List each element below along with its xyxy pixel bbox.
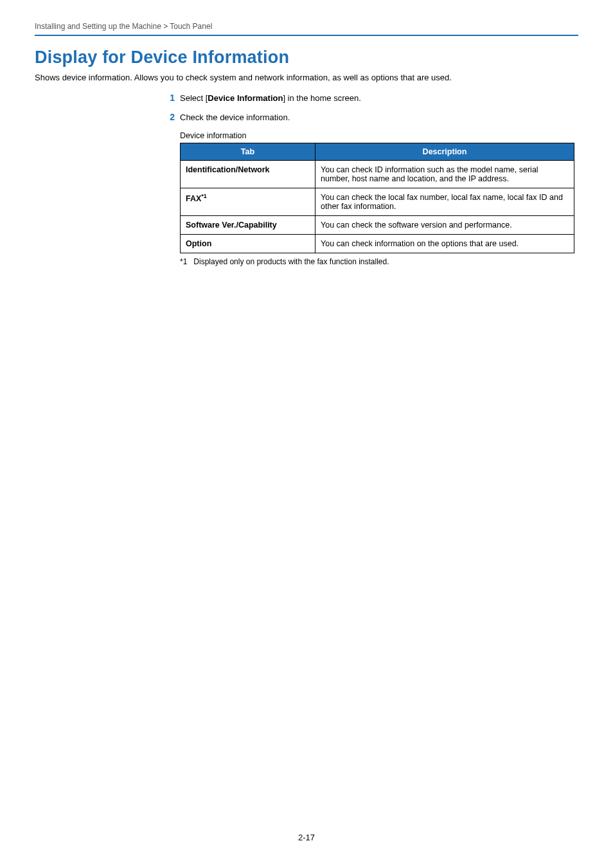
device-info-table: Tab Description Identification/Network Y…: [180, 143, 574, 253]
table-caption: Device information: [180, 131, 574, 140]
footnote: *1 Displayed only on products with the f…: [180, 257, 574, 266]
step-2-text: Check the device information.: [180, 113, 574, 122]
intro-text: Shows device information. Allows you to …: [35, 73, 578, 82]
footnote-text: Displayed only on products with the fax …: [193, 257, 389, 266]
page-number: 2-17: [0, 833, 613, 842]
cell-tab: Option: [181, 235, 315, 253]
table-row: Option You can check information on the …: [181, 235, 574, 253]
cell-desc: You can check the software version and p…: [315, 216, 574, 235]
step-1-text: Select [Device Information] in the home …: [180, 93, 574, 103]
cell-desc: You can check ID information such as the…: [315, 161, 574, 188]
table-row: Software Ver./Capability You can check t…: [181, 216, 574, 235]
step-2-number: 2: [163, 112, 175, 122]
cell-tab: Identification/Network: [181, 161, 315, 188]
page-title: Display for Device Information: [35, 48, 578, 68]
header-description: Description: [315, 143, 574, 161]
table-row: FAX*1 You can check the local fax number…: [181, 188, 574, 216]
step-2: 2 Check the device information.: [163, 112, 574, 122]
cell-tab: FAX*1: [181, 188, 315, 216]
step-1-suffix: ] in the home screen.: [283, 93, 360, 103]
header-rule: [35, 35, 578, 36]
cell-desc: You can check information on the options…: [315, 235, 574, 253]
cell-tab: Software Ver./Capability: [181, 216, 315, 235]
table-row: Identification/Network You can check ID …: [181, 161, 574, 188]
step-1-number: 1: [163, 93, 175, 103]
fax-footnote-mark: *1: [201, 193, 207, 199]
table-header-row: Tab Description: [181, 143, 574, 161]
step-1-bold: Device Information: [208, 93, 283, 103]
footnote-mark: *1: [180, 257, 187, 266]
step-1-prefix: Select [: [180, 93, 208, 103]
step-1: 1 Select [Device Information] in the hom…: [163, 93, 574, 103]
breadcrumb: Installing and Setting up the Machine > …: [35, 22, 578, 35]
header-tab: Tab: [181, 143, 315, 161]
fax-label: FAX: [186, 194, 201, 203]
cell-desc: You can check the local fax number, loca…: [315, 188, 574, 216]
